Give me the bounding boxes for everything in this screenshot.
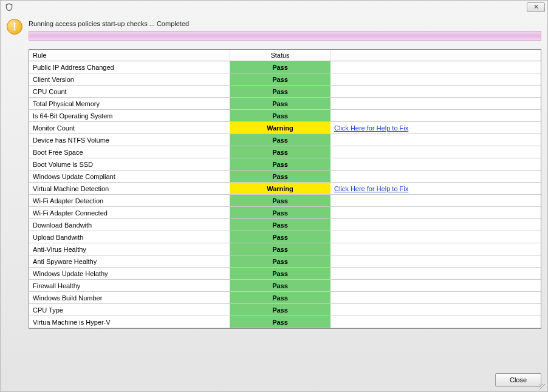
table-row: CPU TypePass bbox=[29, 304, 541, 316]
rule-cell: Client Version bbox=[29, 73, 230, 86]
table-row: CPU CountPass bbox=[29, 86, 541, 98]
rule-cell: Public IP Address Changed bbox=[29, 61, 230, 73]
rule-cell: Anti Spyware Healthy bbox=[29, 255, 230, 268]
warning-icon: ! bbox=[7, 19, 22, 35]
help-link[interactable]: Click Here for Help to Fix bbox=[334, 185, 408, 192]
status-cell: Warning bbox=[230, 122, 331, 134]
rule-cell: Is 64-Bit Operating System bbox=[29, 110, 230, 122]
status-cell: Pass bbox=[230, 158, 331, 171]
status-cell: Pass bbox=[230, 134, 331, 146]
action-cell bbox=[331, 268, 541, 280]
close-button[interactable]: Close bbox=[495, 373, 541, 387]
titlebar: ✕ bbox=[1, 1, 547, 14]
header-text-column: Running access policies start-up checks … bbox=[29, 19, 541, 42]
table-row: Total Physical MemoryPass bbox=[29, 98, 541, 110]
rule-cell: Windows Update Helathy bbox=[29, 268, 230, 280]
action-cell bbox=[331, 255, 541, 268]
table-row: Virtua Machine is Hyper-VPass bbox=[29, 316, 541, 328]
status-cell: Pass bbox=[230, 171, 331, 183]
window-close-button[interactable]: ✕ bbox=[527, 2, 545, 12]
rule-cell: Wi-Fi Adapter Connected bbox=[29, 207, 230, 219]
column-header-rule[interactable]: Rule bbox=[29, 50, 230, 61]
footer: Close bbox=[1, 368, 547, 391]
rule-cell: Monitor Count bbox=[29, 122, 230, 134]
action-cell bbox=[331, 195, 541, 207]
results-table-container: Rule Status Public IP Address ChangedPas… bbox=[29, 49, 541, 329]
status-cell: Pass bbox=[230, 110, 331, 122]
status-cell: Pass bbox=[230, 146, 331, 158]
status-cell: Pass bbox=[230, 219, 331, 231]
status-cell: Pass bbox=[230, 86, 331, 98]
status-cell: Pass bbox=[230, 316, 331, 328]
progress-bar bbox=[29, 31, 541, 41]
table-row: Virtual Machine DetectionWarningClick He… bbox=[29, 183, 541, 195]
rule-cell: Anti-Virus Healthy bbox=[29, 243, 230, 255]
table-row: Boot Volume is SSDPass bbox=[29, 158, 541, 171]
action-cell bbox=[331, 86, 541, 98]
action-cell bbox=[331, 316, 541, 328]
action-cell bbox=[331, 171, 541, 183]
table-row: Firewall HealthyPass bbox=[29, 280, 541, 292]
status-cell: Pass bbox=[230, 243, 331, 255]
table-row: Windows Build NumberPass bbox=[29, 292, 541, 304]
table-row: Device has NTFS VolumePass bbox=[29, 134, 541, 146]
status-cell: Pass bbox=[230, 207, 331, 219]
table-row: Wi-Fi Adapter DetectionPass bbox=[29, 195, 541, 207]
dialog-window: ✕ ! Running access policies start-up che… bbox=[0, 0, 548, 392]
column-header-action[interactable] bbox=[331, 50, 541, 61]
rule-cell: CPU Count bbox=[29, 86, 230, 98]
table-row: Windows Update CompliantPass bbox=[29, 171, 541, 183]
rule-cell: Windows Build Number bbox=[29, 292, 230, 304]
resize-grip[interactable] bbox=[539, 384, 546, 390]
table-row: Monitor CountWarningClick Here for Help … bbox=[29, 122, 541, 134]
table-row: Client VersionPass bbox=[29, 73, 541, 86]
action-cell bbox=[331, 61, 541, 73]
rule-cell: Virtual Machine Detection bbox=[29, 183, 230, 195]
rule-cell: Device has NTFS Volume bbox=[29, 134, 230, 146]
action-cell bbox=[331, 73, 541, 86]
table-row: Download BandwithPass bbox=[29, 219, 541, 231]
table-row: Wi-Fi Adapter ConnectedPass bbox=[29, 207, 541, 219]
action-cell bbox=[331, 243, 541, 255]
status-cell: Pass bbox=[230, 231, 331, 243]
action-cell bbox=[331, 98, 541, 110]
rule-cell: CPU Type bbox=[29, 304, 230, 316]
status-cell: Pass bbox=[230, 268, 331, 280]
rule-cell: Upload Bandwith bbox=[29, 231, 230, 243]
action-cell bbox=[331, 219, 541, 231]
rule-cell: Wi-Fi Adapter Detection bbox=[29, 195, 230, 207]
column-header-status[interactable]: Status bbox=[230, 50, 331, 61]
status-cell: Pass bbox=[230, 304, 331, 316]
table-row: Is 64-Bit Operating SystemPass bbox=[29, 110, 541, 122]
help-link[interactable]: Click Here for Help to Fix bbox=[334, 124, 408, 132]
table-row: Boot Free SpacePass bbox=[29, 146, 541, 158]
action-cell bbox=[331, 134, 541, 146]
content-area: ! Running access policies start-up check… bbox=[1, 14, 547, 368]
action-cell: Click Here for Help to Fix bbox=[331, 122, 541, 134]
table-row: Anti-Virus HealthyPass bbox=[29, 243, 541, 255]
results-table: Rule Status Public IP Address ChangedPas… bbox=[29, 50, 541, 328]
status-cell: Pass bbox=[230, 195, 331, 207]
status-message: Running access policies start-up checks … bbox=[29, 19, 541, 31]
status-cell: Pass bbox=[230, 61, 331, 73]
status-cell: Warning bbox=[230, 183, 331, 195]
table-row: Public IP Address ChangedPass bbox=[29, 61, 541, 73]
header-row: ! Running access policies start-up check… bbox=[7, 19, 541, 42]
table-row: Windows Update HelathyPass bbox=[29, 268, 541, 280]
rule-cell: Firewall Healthy bbox=[29, 280, 230, 292]
action-cell: Click Here for Help to Fix bbox=[331, 183, 541, 195]
status-cell: Pass bbox=[230, 255, 331, 268]
rule-cell: Virtua Machine is Hyper-V bbox=[29, 316, 230, 328]
status-cell: Pass bbox=[230, 98, 331, 110]
action-cell bbox=[331, 207, 541, 219]
action-cell bbox=[331, 110, 541, 122]
rule-cell: Total Physical Memory bbox=[29, 98, 230, 110]
rule-cell: Download Bandwith bbox=[29, 219, 230, 231]
rule-cell: Boot Volume is SSD bbox=[29, 158, 230, 171]
table-row: Anti Spyware HealthyPass bbox=[29, 255, 541, 268]
action-cell bbox=[331, 280, 541, 292]
action-cell bbox=[331, 158, 541, 171]
status-cell: Pass bbox=[230, 292, 331, 304]
action-cell bbox=[331, 292, 541, 304]
shield-icon bbox=[4, 2, 14, 12]
